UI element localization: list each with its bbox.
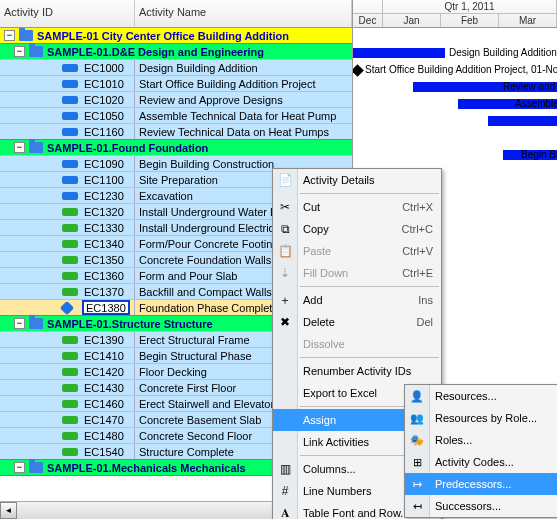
task-icon bbox=[62, 160, 78, 168]
task-icon bbox=[62, 208, 78, 216]
delete-icon: ✖ bbox=[277, 314, 293, 330]
ctx-cut[interactable]: ✂CutCtrl+X bbox=[273, 196, 441, 218]
collapse-icon[interactable]: − bbox=[14, 318, 25, 329]
activity-row[interactable]: EC1160Review Technical Data on Heat Pump… bbox=[0, 123, 352, 140]
folder-icon bbox=[29, 142, 43, 153]
gantt-bar[interactable] bbox=[353, 48, 445, 58]
wbs-root[interactable]: − SAMPLE-01 City Center Office Building … bbox=[0, 28, 352, 44]
ctx-delete[interactable]: ✖DeleteDel bbox=[273, 311, 441, 333]
ts-month: Jan bbox=[383, 14, 441, 27]
task-icon bbox=[62, 224, 78, 232]
sub-resources-by-role[interactable]: 👥Resources by Role... bbox=[405, 407, 557, 429]
wbs-group[interactable]: − SAMPLE-01.Found Foundation bbox=[0, 139, 352, 156]
ctx-copy[interactable]: ⧉CopyCtrl+C bbox=[273, 218, 441, 240]
ctx-add[interactable]: ＋AddIns bbox=[273, 289, 441, 311]
column-headers[interactable]: Activity ID Activity Name bbox=[0, 0, 352, 28]
task-icon bbox=[62, 352, 78, 360]
gantt-bar[interactable] bbox=[488, 116, 557, 126]
ts-month: Feb bbox=[441, 14, 499, 27]
ts-top bbox=[353, 0, 383, 13]
wbs-group[interactable]: − SAMPLE-01.D&E Design and Engineering bbox=[0, 43, 352, 60]
ts-month: Dec bbox=[353, 14, 383, 27]
gantt-label: Design Building Addition bbox=[449, 47, 557, 58]
timescale[interactable]: Qtr 1, 2011 Dec Jan Feb Mar bbox=[353, 0, 557, 28]
task-icon bbox=[62, 240, 78, 248]
task-icon bbox=[62, 288, 78, 296]
task-icon bbox=[62, 400, 78, 408]
task-icon bbox=[62, 368, 78, 376]
wbs-label: SAMPLE-01.Structure Structure bbox=[47, 318, 213, 330]
paste-icon: 📋 bbox=[277, 243, 293, 259]
gantt-label: Assemble Technical Data bbox=[515, 98, 557, 109]
font-icon: 𝐀 bbox=[277, 505, 293, 519]
task-icon bbox=[62, 128, 78, 136]
task-icon bbox=[62, 176, 78, 184]
ctx-activity-details[interactable]: 📄Activity Details bbox=[273, 169, 441, 191]
ctx-renumber[interactable]: Renumber Activity IDs bbox=[273, 360, 441, 382]
folder-icon bbox=[29, 46, 43, 57]
wbs-label: SAMPLE-01.Found Foundation bbox=[47, 142, 208, 154]
roles-icon: 🎭 bbox=[409, 432, 425, 448]
task-icon bbox=[62, 96, 78, 104]
role-resources-icon: 👥 bbox=[409, 410, 425, 426]
collapse-icon[interactable]: − bbox=[14, 46, 25, 57]
task-icon bbox=[62, 384, 78, 392]
collapse-icon[interactable]: − bbox=[14, 462, 25, 473]
ts-top: Qtr 1, 2011 bbox=[383, 0, 557, 13]
col-activity-name[interactable]: Activity Name bbox=[135, 0, 352, 27]
wbs-root-label: SAMPLE-01 City Center Office Building Ad… bbox=[37, 30, 289, 42]
activity-row[interactable]: EC1010Start Office Building Addition Pro… bbox=[0, 75, 352, 92]
add-icon: ＋ bbox=[277, 292, 293, 308]
task-icon bbox=[62, 80, 78, 88]
copy-icon: ⧉ bbox=[277, 221, 293, 237]
wbs-label: SAMPLE-01.D&E Design and Engineering bbox=[47, 46, 264, 58]
sub-resources[interactable]: 👤Resources... bbox=[405, 385, 557, 407]
gantt-label: Review and Approve Designs bbox=[503, 81, 557, 92]
task-icon bbox=[62, 64, 78, 72]
activity-row[interactable]: EC1020Review and Approve Designs bbox=[0, 91, 352, 108]
linenum-icon: # bbox=[277, 483, 293, 499]
details-icon: 📄 bbox=[277, 172, 293, 188]
wbs-label: SAMPLE-01.Mechanicals Mechanicals bbox=[47, 462, 246, 474]
sub-predecessors[interactable]: ↦Predecessors... bbox=[405, 473, 557, 495]
task-icon bbox=[62, 112, 78, 120]
task-icon bbox=[62, 256, 78, 264]
fill-icon: ⇣ bbox=[277, 265, 293, 281]
sub-activity-codes[interactable]: ⊞Activity Codes... bbox=[405, 451, 557, 473]
columns-icon: ▥ bbox=[277, 461, 293, 477]
sub-successors[interactable]: ↤Successors... bbox=[405, 495, 557, 517]
ctx-fill-down: ⇣Fill DownCtrl+E bbox=[273, 262, 441, 284]
task-icon bbox=[62, 432, 78, 440]
predecessors-icon: ↦ bbox=[409, 476, 425, 492]
codes-icon: ⊞ bbox=[409, 454, 425, 470]
gantt-label: Start Office Building Addition Project, … bbox=[365, 64, 557, 75]
sub-roles[interactable]: 🎭Roles... bbox=[405, 429, 557, 451]
col-activity-id[interactable]: Activity ID bbox=[0, 0, 135, 27]
gantt-milestone[interactable] bbox=[353, 64, 364, 77]
successors-icon: ↤ bbox=[409, 498, 425, 514]
collapse-icon[interactable]: − bbox=[14, 142, 25, 153]
ctx-paste: 📋PasteCtrl+V bbox=[273, 240, 441, 262]
gantt-label: Begin Building bbox=[521, 149, 557, 160]
cut-icon: ✂ bbox=[277, 199, 293, 215]
task-icon bbox=[62, 272, 78, 280]
task-icon bbox=[62, 448, 78, 456]
scroll-left-button[interactable]: ◄ bbox=[0, 502, 17, 519]
ctx-dissolve: Dissolve bbox=[273, 333, 441, 355]
task-icon bbox=[62, 192, 78, 200]
ts-month: Mar bbox=[499, 14, 557, 27]
folder-icon bbox=[29, 318, 43, 329]
assign-submenu: 👤Resources... 👥Resources by Role... 🎭Rol… bbox=[404, 384, 557, 518]
activity-row[interactable]: EC1050Assemble Technical Data for Heat P… bbox=[0, 107, 352, 124]
folder-icon bbox=[19, 30, 33, 41]
task-icon bbox=[62, 336, 78, 344]
activity-row[interactable]: EC1000Design Building Addition bbox=[0, 59, 352, 76]
task-icon bbox=[62, 416, 78, 424]
folder-icon bbox=[29, 462, 43, 473]
resources-icon: 👤 bbox=[409, 388, 425, 404]
milestone-icon bbox=[60, 300, 74, 314]
collapse-icon[interactable]: − bbox=[4, 30, 15, 41]
